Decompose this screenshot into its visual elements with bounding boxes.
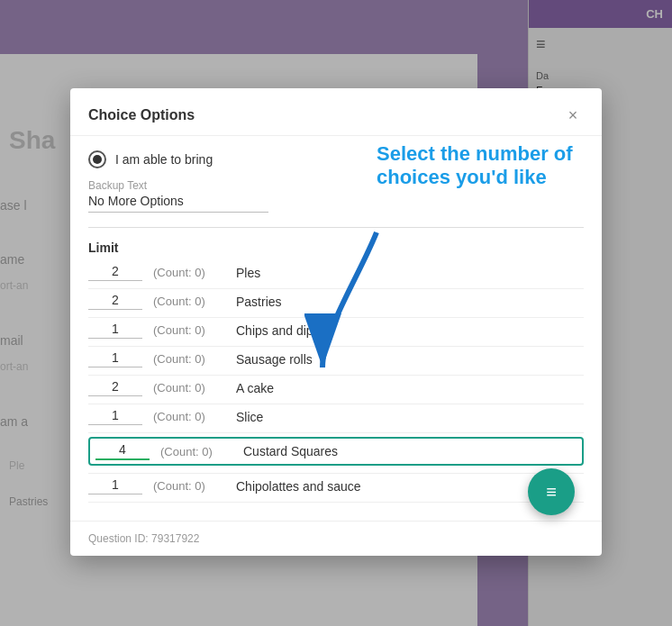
item-count: (Count: 0) bbox=[153, 352, 225, 366]
fab-button[interactable]: ≡ bbox=[528, 468, 575, 515]
item-name: A cake bbox=[236, 381, 274, 395]
item-name: Slice bbox=[236, 410, 263, 424]
row-divider bbox=[88, 288, 584, 289]
backup-text-label: Backup Text bbox=[88, 179, 584, 192]
modal-body: I am able to bring Backup Text No More O… bbox=[70, 136, 602, 521]
limit-input[interactable] bbox=[95, 442, 150, 460]
row-divider bbox=[88, 502, 584, 503]
table-row: (Count: 0)Ples bbox=[88, 264, 584, 281]
radio-label: I am able to bring bbox=[115, 152, 213, 167]
item-count: (Count: 0) bbox=[153, 410, 225, 423]
limit-header: Limit bbox=[88, 240, 584, 255]
modal-header: Choice Options × bbox=[70, 88, 602, 136]
table-row: (Count: 0)Chips and dip bbox=[88, 322, 584, 339]
modal-overlay: Choice Options × I am able to bring Back… bbox=[0, 0, 672, 626]
radio-circle-inner bbox=[93, 155, 102, 164]
item-name: Chips and dip bbox=[236, 323, 313, 338]
row-divider bbox=[88, 404, 584, 404]
item-count: (Count: 0) bbox=[153, 323, 225, 337]
close-button[interactable]: × bbox=[562, 104, 584, 126]
choice-options-modal: Choice Options × I am able to bring Back… bbox=[70, 88, 602, 556]
fab-icon: ≡ bbox=[546, 482, 557, 503]
item-count: (Count: 0) bbox=[153, 381, 225, 395]
backup-text-value: No More Options bbox=[88, 194, 268, 213]
row-divider bbox=[88, 432, 584, 433]
table-row: (Count: 0)Custard Squares bbox=[88, 437, 584, 466]
limit-input[interactable] bbox=[88, 322, 142, 339]
limit-input[interactable] bbox=[88, 379, 142, 396]
item-count: (Count: 0) bbox=[153, 295, 225, 308]
question-id: Question ID: 79317922 bbox=[70, 521, 602, 556]
table-row: (Count: 0)Chipolattes and sauce bbox=[88, 477, 584, 494]
item-name: Sausage rolls bbox=[236, 352, 313, 367]
limit-input[interactable] bbox=[88, 293, 142, 310]
limit-input[interactable] bbox=[88, 350, 142, 367]
limit-input[interactable] bbox=[88, 477, 142, 494]
item-count: (Count: 0) bbox=[160, 445, 232, 458]
row-divider bbox=[88, 317, 584, 318]
table-row: (Count: 0)Pastries bbox=[88, 293, 584, 310]
item-name: Custard Squares bbox=[243, 444, 338, 458]
limit-input[interactable] bbox=[88, 408, 142, 425]
modal-title: Choice Options bbox=[88, 107, 195, 123]
items-list: (Count: 0)Ples(Count: 0)Pastries(Count: … bbox=[88, 264, 584, 503]
item-count: (Count: 0) bbox=[153, 479, 225, 493]
row-divider bbox=[88, 346, 584, 347]
table-row: (Count: 0)A cake bbox=[88, 379, 584, 396]
row-divider bbox=[88, 375, 584, 376]
row-divider bbox=[88, 473, 584, 474]
limit-input[interactable] bbox=[88, 264, 142, 281]
item-name: Ples bbox=[236, 266, 260, 280]
item-name: Chipolattes and sauce bbox=[236, 479, 361, 494]
table-row: (Count: 0)Slice bbox=[88, 408, 584, 425]
item-name: Pastries bbox=[236, 295, 282, 309]
radio-option[interactable]: I am able to bring bbox=[88, 150, 584, 168]
radio-circle bbox=[88, 150, 106, 168]
table-row: (Count: 0)Sausage rolls bbox=[88, 350, 584, 367]
item-count: (Count: 0) bbox=[153, 266, 225, 279]
divider bbox=[88, 227, 584, 228]
